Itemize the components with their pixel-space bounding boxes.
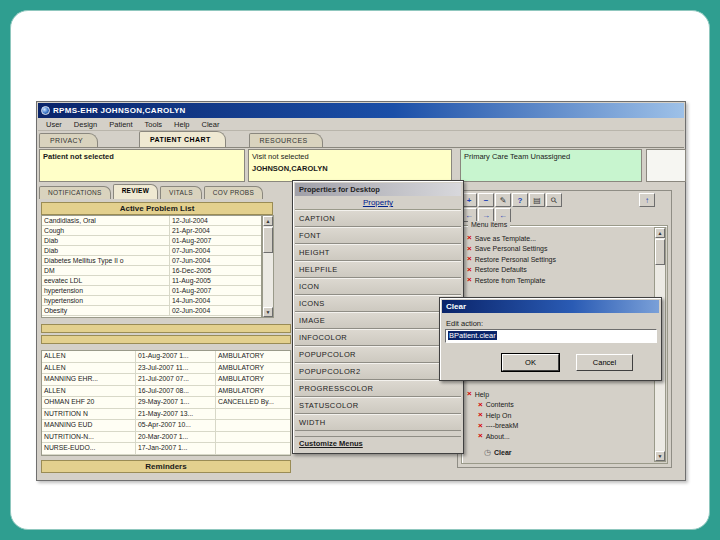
chart-tab[interactable]: REVIEW	[113, 184, 158, 199]
editor-toolbar-row2: ← → ←	[461, 208, 511, 222]
property-row[interactable]: ICONS	[295, 295, 461, 312]
menubar-item[interactable]: User	[40, 120, 68, 129]
arrow-right-icon: →	[482, 211, 490, 220]
problem-date: 16-Dec-2005	[170, 266, 261, 275]
menu-tree-item[interactable]: × Save Personal Settings	[467, 244, 651, 255]
chart-tab[interactable]: NOTIFICATIONS	[39, 186, 111, 199]
visit-type	[216, 420, 290, 431]
property-row[interactable]: HELPFILE	[295, 261, 461, 278]
print-button[interactable]: ▤	[529, 193, 545, 207]
menu-tree-item[interactable]: × Contents	[467, 400, 651, 411]
property-row[interactable]: POPUPCOLOR2	[295, 363, 461, 380]
edit-action-input[interactable]: BPatient.clear	[445, 329, 657, 343]
edit-item-button[interactable]: ✎	[495, 193, 511, 207]
visit-row[interactable]: ALLEN 01-Aug-2007 1... AMBULATORY	[42, 351, 290, 363]
problem-row[interactable]: Obesity 02-Jun-2004	[42, 306, 261, 316]
customize-menus-button[interactable]: Customize Menus	[295, 436, 461, 451]
edit-action-value: BPatient.clear	[448, 331, 497, 340]
problem-list-scrollbar[interactable]: ▲ ▼	[262, 215, 274, 318]
problem-row[interactable]: Candidiasis, Oral 12-Jul-2004	[42, 216, 261, 226]
menu-tree-item[interactable]: × ----breakM	[467, 421, 651, 432]
patient-banner[interactable]: Patient not selected	[39, 149, 245, 182]
help-button[interactable]: ?	[512, 193, 528, 207]
cancel-button[interactable]: Cancel	[576, 354, 633, 371]
app-icon	[41, 106, 50, 115]
main-tab[interactable]: PATIENT CHART	[139, 131, 226, 147]
slide-card: RPMS-EHR JOHNSON,CAROLYN UserDesignPatie…	[10, 10, 710, 530]
move-up-button[interactable]: ↑	[639, 193, 655, 207]
scroll-up-icon[interactable]: ▲	[263, 216, 273, 226]
property-row[interactable]: HEIGHT	[295, 244, 461, 261]
property-row[interactable]: IMAGE	[295, 312, 461, 329]
visit-row[interactable]: OHMAN EHF 20 29-May-2007 1... CANCELLED …	[42, 397, 290, 409]
scroll-up-icon[interactable]: ▲	[655, 228, 665, 238]
property-row[interactable]: CAPTION	[295, 210, 461, 227]
menubar-item[interactable]: Help	[168, 120, 195, 129]
scroll-down-icon[interactable]: ▼	[655, 451, 665, 461]
chart-tab[interactable]: VITALS	[160, 186, 202, 199]
problem-row[interactable]: Diabetes Mellitus Type II o 07-Jun-2004	[42, 256, 261, 266]
problem-row[interactable]: hypertension 01-Aug-2007	[42, 286, 261, 296]
clear-dialog-titlebar[interactable]: Clear	[442, 300, 659, 313]
visit-row[interactable]: ALLEN 16-Jul-2007 08... AMBULATORY	[42, 386, 290, 398]
main-tab[interactable]: RESOURCES	[249, 133, 323, 147]
menu-tree-item-label: ----breakM	[486, 422, 519, 429]
property-row[interactable]: PROGRESSCOLOR	[295, 380, 461, 397]
editor-toolbar-row1: + − ✎ ? ▤ ⚲	[461, 193, 562, 207]
property-row[interactable]: POPUPCOLOR	[295, 346, 461, 363]
care-team-text: Primary Care Team Unassigned	[464, 152, 570, 161]
search-button[interactable]: ⚲	[546, 193, 562, 207]
problem-row[interactable]: eevatec LDL 11-Aug-2005	[42, 276, 261, 286]
chart-tab[interactable]: COV PROBS	[204, 186, 263, 199]
visits-table: ALLEN 01-Aug-2007 1... AMBULATORY ALLEN …	[41, 350, 291, 456]
ok-button[interactable]: OK	[502, 354, 559, 371]
visit-banner-line2: JOHNSON,CAROLYN	[252, 164, 448, 173]
menu-tree-item[interactable]: × Restore Defaults	[467, 265, 651, 276]
care-team-banner[interactable]: Primary Care Team Unassigned	[460, 149, 642, 182]
scrollbar-thumb[interactable]	[263, 227, 273, 253]
menubar-item[interactable]: Patient	[103, 120, 138, 129]
problem-row[interactable]: Diab 07-Jun-2004	[42, 246, 261, 256]
visit-row[interactable]: MANNING EUD 05-Apr-2007 10...	[42, 420, 290, 432]
menu-tree-item[interactable]: × Help On	[467, 410, 651, 421]
menu-tree-item[interactable]: × Restore Personal Settings	[467, 254, 651, 265]
problem-row[interactable]: Diab 01-Aug-2007	[42, 236, 261, 246]
main-tab[interactable]: PRIVACY	[39, 133, 98, 147]
properties-dialog-titlebar[interactable]: Properties for Desktop	[295, 183, 461, 196]
visit-row[interactable]: ALLEN 23-Jul-2007 11... AMBULATORY	[42, 363, 290, 375]
delete-icon: ×	[467, 245, 472, 253]
problem-row[interactable]: hypertension 14-Jun-2004	[42, 296, 261, 306]
visit-row[interactable]: NURSE-EUDO... 17-Jan-2007 1...	[42, 443, 290, 455]
menubar-item[interactable]: Clear	[196, 120, 226, 129]
visit-row[interactable]: MANNING EHR... 21-Jul-2007 07... AMBULAT…	[42, 374, 290, 386]
main-tab-bar: PRIVACYPATIENT CHARTRESOURCES	[39, 131, 684, 148]
scroll-down-icon[interactable]: ▼	[263, 307, 273, 317]
property-row[interactable]: ICON	[295, 278, 461, 295]
menubar-item[interactable]: Tools	[139, 120, 169, 129]
remove-item-button[interactable]: −	[478, 193, 494, 207]
selected-menu-item[interactable]: ◷ Clear	[484, 448, 512, 457]
menu-tree-item[interactable]: × About...	[467, 431, 651, 442]
property-row[interactable]: INFOCOLOR	[295, 329, 461, 346]
menu-tree-item[interactable]: × Help	[467, 389, 651, 400]
problem-list-table: Candidiasis, Oral 12-Jul-2004 Cough 21-A…	[41, 215, 262, 318]
problem-row[interactable]: Cough 21-Apr-2004	[42, 226, 261, 236]
outdent-button[interactable]: ←	[495, 208, 511, 222]
menu-tree-item-label: Save Personal Settings	[475, 245, 548, 252]
menu-tree-item[interactable]: × Save as Template...	[467, 233, 651, 244]
visit-banner[interactable]: Visit not selected JOHNSON,CAROLYN	[248, 149, 452, 182]
property-row[interactable]: STATUSCOLOR	[295, 397, 461, 414]
menu-tree-item[interactable]: × Restore from Template	[467, 275, 651, 286]
visit-row[interactable]: NUTRITION-N... 20-Mar-2007 1...	[42, 432, 290, 444]
menubar-item[interactable]: Design	[68, 120, 103, 129]
property-row[interactable]: FONT	[295, 227, 461, 244]
property-column-header[interactable]: Property	[295, 196, 461, 210]
property-row[interactable]: WIDTH	[295, 414, 461, 431]
visit-row[interactable]: NUTRITION N 21-May-2007 13...	[42, 409, 290, 421]
scrollbar-thumb[interactable]	[655, 239, 665, 265]
window-titlebar[interactable]: RPMS-EHR JOHNSON,CAROLYN	[38, 103, 684, 118]
problem-row[interactable]: DM 16-Dec-2005	[42, 266, 261, 276]
visit-banner-line1: Visit not selected	[252, 152, 448, 161]
delete-icon: ×	[467, 276, 472, 284]
move-right-button[interactable]: →	[478, 208, 494, 222]
